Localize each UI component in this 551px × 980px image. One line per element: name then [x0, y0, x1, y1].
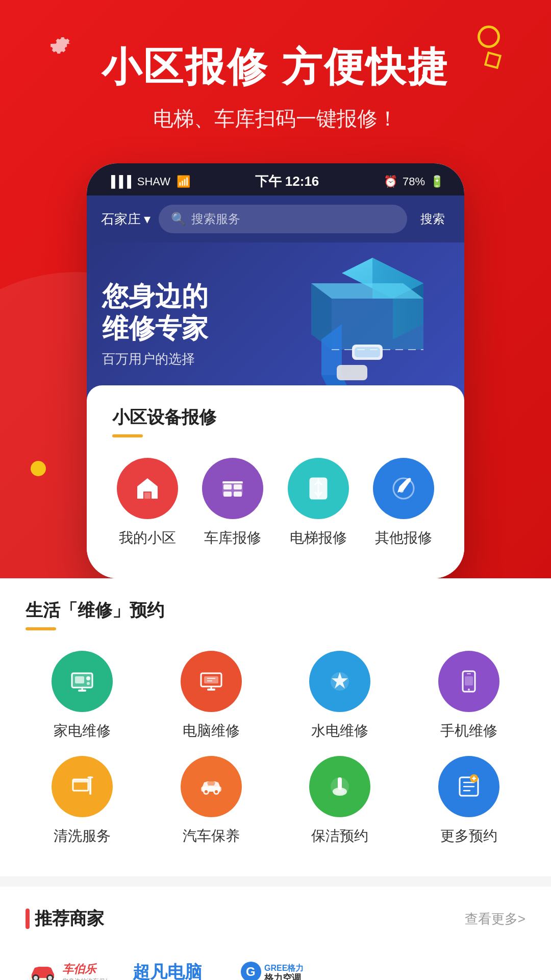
svg-rect-32: [207, 689, 215, 691]
svg-point-50: [205, 790, 208, 793]
chevron-down-icon: ▾: [144, 211, 151, 227]
other-repair-icon: [373, 458, 434, 519]
life-item-more[interactable]: 更多预约: [412, 756, 526, 846]
merchant-carbo[interactable]: 车伯乐 您身边的汽车保养专家: [26, 954, 107, 980]
location-text: 石家庄: [101, 210, 141, 228]
life-item-cleaning[interactable]: 清洗服务: [26, 756, 139, 846]
other-repair-label: 其他报修: [375, 528, 432, 548]
merchant-list: 车伯乐 您身边的汽车保养专家 超凡电脑 G GREE格力 格力空调: [26, 949, 525, 980]
location-selector[interactable]: 石家庄 ▾: [101, 210, 151, 228]
wifi-icon: 📶: [177, 175, 190, 188]
life-item-car[interactable]: 汽车保养: [155, 756, 268, 846]
search-icon: 🔍: [171, 212, 186, 226]
phone-repair-icon: [438, 651, 499, 712]
gear-icon: [46, 31, 77, 61]
status-right: ⏰ 78% 🔋: [384, 175, 444, 188]
computer-label: 电脑维修: [183, 721, 240, 741]
myarea-label: 我的小区: [119, 528, 176, 548]
decoration-top-right: [478, 26, 500, 67]
repair-section-title: 小区设备报修: [112, 406, 439, 429]
svg-rect-18: [222, 481, 243, 483]
svg-point-30: [87, 682, 90, 685]
life-item-phone[interactable]: 手机维修: [412, 651, 526, 741]
svg-rect-28: [75, 676, 84, 683]
search-bar[interactable]: 🔍 搜索服务: [159, 205, 407, 233]
repair-card: 小区设备报修 我的小区: [87, 385, 464, 578]
car-icon: [181, 756, 242, 817]
main-content: 生活「维修」预约 家电维修: [0, 578, 551, 980]
life-item-appliance[interactable]: 家电维修: [26, 651, 139, 741]
myarea-icon: [117, 458, 178, 519]
search-placeholder: 搜索服务: [191, 211, 240, 227]
more-label: 更多预约: [440, 826, 497, 846]
square-decoration: [484, 52, 502, 69]
svg-point-67: [48, 976, 52, 980]
life-section-title: 生活「维修」预约: [26, 599, 525, 622]
alarm-icon: ⏰: [384, 175, 397, 188]
svg-rect-43: [73, 779, 88, 782]
svg-rect-15: [234, 484, 242, 489]
car-label: 汽车保养: [183, 826, 240, 846]
appliance-icon: [52, 651, 113, 712]
svg-text:您身边的汽车保养专家: 您身边的汽车保养专家: [62, 977, 107, 980]
cleaning-label: 清洗服务: [54, 826, 111, 846]
banner-text: 您身边的维修专家 百万用户的选择: [102, 280, 208, 368]
phone-repair-label: 手机维修: [440, 721, 497, 741]
merchant-chaofan[interactable]: 超凡电脑: [133, 954, 214, 980]
battery-icon: 🔋: [430, 175, 444, 188]
garage-icon: [202, 458, 263, 519]
svg-point-23: [399, 488, 404, 493]
svg-point-40: [468, 689, 470, 691]
repair-item-other[interactable]: 其他报修: [369, 458, 439, 548]
svg-text:GREE格力: GREE格力: [264, 964, 304, 972]
svg-rect-55: [336, 790, 344, 794]
garage-label: 车库报修: [204, 528, 261, 548]
hero-section: 小区报修 方便快捷 电梯、车库扫码一键报修！ ▐▐▐ SHAW 📶 下午 12:…: [0, 0, 551, 578]
merchants-title: 推荐商家: [26, 907, 104, 930]
svg-point-51: [215, 790, 218, 793]
app-banner: 您身边的维修专家 百万用户的选择: [87, 242, 464, 406]
svg-rect-39: [467, 673, 471, 674]
svg-rect-14: [223, 484, 232, 489]
battery-percent: 78%: [403, 175, 425, 188]
svg-text:超凡电脑: 超凡电脑: [133, 962, 202, 980]
svg-text:车伯乐: 车伯乐: [62, 963, 97, 975]
life-item-computer[interactable]: 电脑维修: [155, 651, 268, 741]
svg-rect-17: [234, 492, 242, 497]
life-repair-section: 生活「维修」预约 家电维修: [0, 578, 551, 876]
search-button[interactable]: 搜索: [415, 211, 450, 227]
life-item-utilities[interactable]: 水电维修: [283, 651, 397, 741]
banner-title: 您身边的维修专家: [102, 280, 208, 344]
hero-title: 小区报修 方便快捷: [0, 41, 551, 94]
life-title-bar: [26, 627, 56, 630]
carrier-name: SHAW: [137, 175, 170, 188]
merchant-gree[interactable]: G GREE格力 格力空调: [240, 954, 342, 980]
cleaning-icon: [52, 756, 113, 817]
phone-mockup: ▐▐▐ SHAW 📶 下午 12:16 ⏰ 78% 🔋 石家庄 ▾ 🔍 搜索服务…: [87, 163, 464, 578]
life-item-housekeeping[interactable]: 保洁预约: [283, 756, 397, 846]
housekeeping-icon: [309, 756, 370, 817]
appliance-label: 家电维修: [54, 721, 111, 741]
svg-rect-41: [465, 676, 473, 685]
computer-icon: [181, 651, 242, 712]
repair-item-myarea[interactable]: 我的小区: [112, 458, 183, 548]
repair-item-elevator[interactable]: 电梯报修: [283, 458, 354, 548]
yellow-dot-decoration: [31, 461, 46, 476]
utilities-label: 水电维修: [311, 721, 368, 741]
svg-rect-34: [204, 676, 218, 683]
svg-rect-26: [78, 690, 86, 692]
housekeeping-label: 保洁预约: [311, 826, 368, 846]
svg-point-65: [34, 976, 38, 980]
merchants-more[interactable]: 查看更多>: [465, 910, 525, 928]
life-icon-grid: 家电维修 电脑维修: [26, 651, 525, 846]
status-bar: ▐▐▐ SHAW 📶 下午 12:16 ⏰ 78% 🔋: [87, 163, 464, 195]
status-left: ▐▐▐ SHAW 📶: [107, 175, 190, 188]
svg-point-29: [86, 676, 90, 680]
more-icon: [438, 756, 499, 817]
svg-text:格力空调: 格力空调: [264, 972, 301, 980]
banner-illustration: [291, 248, 454, 401]
repair-item-garage[interactable]: 车库报修: [198, 458, 268, 548]
svg-rect-12: [144, 493, 151, 499]
svg-rect-9: [355, 347, 380, 357]
status-time: 下午 12:16: [255, 173, 319, 190]
